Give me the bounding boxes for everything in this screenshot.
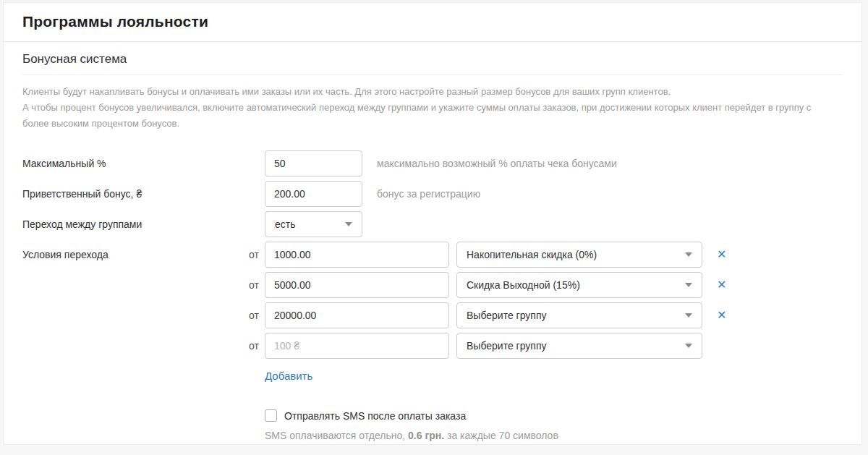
- condition-group-value: Выберите группу: [467, 310, 546, 321]
- add-condition-link[interactable]: Добавить: [265, 370, 312, 382]
- remove-condition-button[interactable]: ✕: [717, 249, 726, 260]
- description-line-2: А чтобы процент бонусов увеличивался, вк…: [22, 100, 838, 132]
- condition-group-select[interactable]: Выберите группу: [456, 302, 702, 328]
- chevron-down-icon: [685, 313, 692, 318]
- condition-row: Условия перехода от Накопительная скидка…: [22, 242, 843, 268]
- condition-row: от Скидка Выходной (15%) ✕: [22, 272, 843, 298]
- welcome-bonus-label: Приветственный бонус, ₴: [22, 188, 142, 200]
- from-label: от: [249, 279, 259, 291]
- group-transition-row: Переход между группами есть: [22, 211, 843, 237]
- sms-price: 0.6 грн.: [408, 430, 444, 441]
- sms-cost-hint: SMS оплачиваются отдельно, 0.6 грн. за к…: [265, 430, 843, 441]
- bonus-system-section: Бонусная система Клиенты будут накаплива…: [4, 42, 861, 441]
- chevron-down-icon: [685, 344, 692, 348]
- conditions-label: Условия перехода: [22, 249, 109, 260]
- max-percent-row: Максимальный % максимально возможный % о…: [22, 150, 843, 177]
- condition-row: от Выберите группу: [22, 333, 843, 359]
- welcome-bonus-hint: бонус за регистрацию: [377, 188, 480, 200]
- condition-group-value: Скидка Выходной (15%): [467, 279, 580, 291]
- group-transition-select[interactable]: есть: [265, 211, 362, 237]
- condition-row: от Выберите группу ✕: [22, 302, 843, 328]
- condition-group-select[interactable]: Скидка Выходной (15%): [456, 272, 702, 298]
- from-label: от: [249, 340, 259, 352]
- welcome-bonus-input[interactable]: [265, 181, 362, 207]
- condition-amount-input[interactable]: [265, 333, 449, 359]
- sms-checkbox-label[interactable]: Отправлять SMS после оплаты заказа: [284, 410, 466, 422]
- close-icon: ✕: [717, 278, 726, 291]
- max-percent-input[interactable]: [265, 150, 362, 177]
- from-label: от: [249, 310, 259, 321]
- chevron-down-icon: [685, 252, 692, 257]
- remove-condition-button[interactable]: ✕: [717, 279, 726, 291]
- remove-condition-button[interactable]: ✕: [717, 310, 726, 321]
- condition-amount-input[interactable]: [265, 242, 449, 268]
- sms-checkbox[interactable]: [265, 409, 277, 422]
- chevron-down-icon: [345, 222, 352, 226]
- page-title: Программы лояльности: [22, 13, 843, 30]
- description-line-1: Клиенты будут накапливать бонусы и оплач…: [22, 84, 838, 100]
- group-transition-value: есть: [275, 218, 296, 230]
- section-description: Клиенты будут накапливать бонусы и оплач…: [22, 84, 843, 132]
- loyalty-settings-panel: Программы лояльности Бонусная система Кл…: [3, 2, 862, 445]
- condition-group-value: Накопительная скидка (0%): [467, 249, 597, 260]
- page-header: Программы лояльности: [4, 3, 861, 42]
- condition-group-select[interactable]: Выберите группу: [456, 333, 702, 359]
- section-title: Бонусная система: [22, 52, 843, 75]
- chevron-down-icon: [685, 283, 692, 287]
- welcome-bonus-row: Приветственный бонус, ₴ бонус за регистр…: [22, 181, 843, 207]
- bonus-settings-form: Максимальный % максимально возможный % о…: [22, 150, 843, 441]
- group-transition-label: Переход между группами: [22, 218, 142, 230]
- max-percent-label: Максимальный %: [22, 158, 106, 169]
- close-icon: ✕: [717, 309, 726, 321]
- max-percent-hint: максимально возможный % оплаты чека бону…: [377, 158, 617, 169]
- condition-amount-input[interactable]: [265, 302, 449, 328]
- condition-group-value: Выберите группу: [467, 340, 546, 352]
- sms-checkbox-row: Отправлять SMS после оплаты заказа: [265, 409, 843, 422]
- condition-amount-input[interactable]: [265, 272, 449, 298]
- close-icon: ✕: [717, 248, 726, 260]
- from-label: от: [249, 249, 259, 260]
- condition-group-select[interactable]: Накопительная скидка (0%): [456, 242, 702, 268]
